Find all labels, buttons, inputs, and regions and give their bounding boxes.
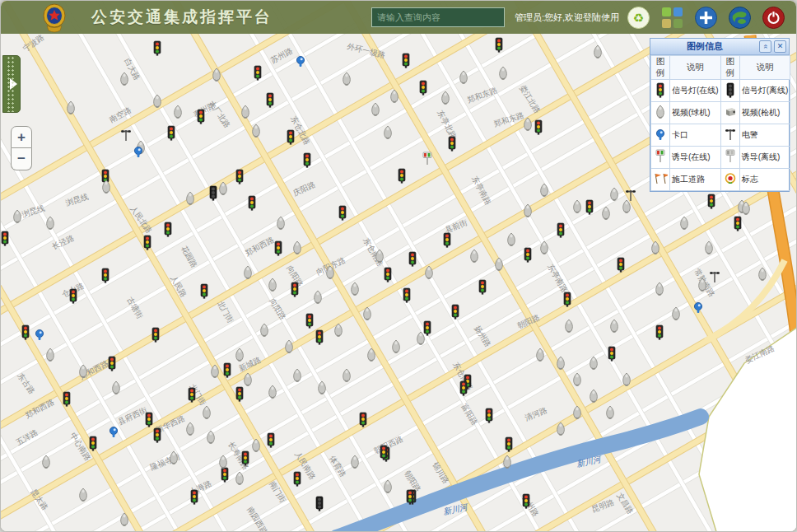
traffic-light-online-icon[interactable]: [444, 233, 450, 248]
traffic-light-online-icon[interactable]: [486, 408, 492, 423]
traffic-light-online-icon[interactable]: [304, 153, 310, 168]
traffic-light-offline-icon[interactable]: [316, 497, 323, 511]
legend-row: 施工道路标志: [651, 169, 790, 191]
traffic-light-online-icon[interactable]: [479, 280, 486, 295]
zoom-in-button[interactable]: +: [11, 126, 32, 148]
traffic-light-online-icon[interactable]: [496, 38, 502, 53]
traffic-light-online-icon[interactable]: [242, 451, 249, 466]
guidance-online-icon: [651, 147, 670, 169]
traffic-light-online-icon: [651, 80, 670, 102]
traffic-light-online-icon[interactable]: [420, 81, 426, 96]
traffic-light-online-icon[interactable]: [144, 236, 151, 250]
traffic-light-online-icon[interactable]: [236, 387, 243, 402]
traffic-light-online-icon[interactable]: [254, 66, 261, 81]
traffic-light-online-icon[interactable]: [460, 381, 467, 396]
close-icon[interactable]: ✕: [774, 40, 786, 53]
traffic-light-online-icon[interactable]: [236, 170, 243, 184]
traffic-light-offline-icon[interactable]: [210, 186, 217, 201]
traffic-light-online-icon[interactable]: [221, 468, 228, 483]
traffic-light-online-icon[interactable]: [294, 472, 301, 487]
legend-column-header: 图例: [651, 56, 670, 80]
legend-title-bar: 图例信息 « ✕: [650, 39, 789, 55]
checkpoint-camera-icon: [651, 124, 670, 147]
traffic-light-online-icon[interactable]: [403, 288, 410, 303]
traffic-light-online-icon[interactable]: [524, 248, 531, 263]
dome-camera-icon: [651, 102, 670, 124]
traffic-light-online-icon[interactable]: [191, 490, 198, 505]
traffic-light-online-icon[interactable]: [407, 490, 413, 505]
traffic-light-online-icon[interactable]: [339, 206, 346, 221]
traffic-light-online-icon[interactable]: [2, 231, 8, 246]
refresh-icon[interactable]: ♻: [627, 7, 650, 29]
legend-label: 电警: [739, 124, 790, 147]
svg-text:♻: ♻: [633, 11, 644, 25]
traffic-light-online-icon[interactable]: [291, 282, 298, 297]
legend-label: 视频(枪机): [739, 102, 790, 124]
legend-label: 信号灯(在线): [670, 80, 721, 102]
legend-row: 诱导(在线)诱导(离线): [651, 147, 790, 169]
traffic-light-online-icon[interactable]: [409, 252, 416, 267]
traffic-light-online-icon[interactable]: [360, 413, 366, 427]
expander-dots: [7, 56, 15, 112]
traffic-light-online-icon[interactable]: [22, 325, 29, 340]
legend-label: 视频(球机): [670, 102, 721, 124]
app-window: 宁波路白大路外环一级路苏州路娄江北路郑和东路郑和东路东亭北路东仓北路泰州路大厂北…: [0, 0, 797, 532]
traffic-light-online-icon[interactable]: [146, 413, 152, 427]
legend-label: 标志: [739, 169, 790, 191]
traffic-light-online-icon[interactable]: [586, 200, 593, 215]
traffic-light-online-icon[interactable]: [618, 258, 624, 273]
legend-row: 卡口电警: [651, 124, 790, 147]
map-tiles-icon[interactable]: [661, 7, 683, 29]
traffic-light-online-icon[interactable]: [189, 388, 195, 403]
traffic-light-online-icon[interactable]: [656, 325, 663, 340]
traffic-light-online-icon[interactable]: [63, 392, 70, 407]
traffic-light-online-icon[interactable]: [452, 305, 459, 320]
traffic-light-online-icon[interactable]: [535, 120, 542, 135]
traffic-light-online-icon[interactable]: [564, 292, 571, 307]
traffic-light-online-icon[interactable]: [109, 357, 115, 371]
legend-column-header: 图例: [720, 56, 739, 80]
traffic-light-online-icon[interactable]: [152, 328, 159, 343]
traffic-light-online-icon[interactable]: [287, 130, 294, 145]
traffic-light-online-icon[interactable]: [275, 241, 282, 256]
traffic-light-online-icon[interactable]: [403, 54, 409, 68]
traffic-light-online-icon[interactable]: [70, 289, 77, 304]
traffic-light-online-icon[interactable]: [168, 126, 175, 141]
traffic-light-online-icon[interactable]: [102, 268, 109, 283]
traffic-light-online-icon[interactable]: [424, 321, 431, 336]
header-icon-strip: ♻: [627, 7, 785, 29]
panel-expander[interactable]: [2, 55, 21, 113]
traffic-light-online-icon[interactable]: [523, 494, 529, 509]
traffic-light-online-icon[interactable]: [249, 196, 255, 211]
traffic-light-online-icon[interactable]: [201, 284, 207, 299]
traffic-light-online-icon[interactable]: [154, 428, 161, 443]
legend-table: 图例说明图例说明 信号灯(在线)信号灯(离线)视频(球机)视频(枪机)卡口电警诱…: [650, 55, 790, 191]
traffic-light-online-icon[interactable]: [268, 433, 274, 448]
traffic-light-offline-icon: [720, 80, 739, 102]
traffic-light-online-icon[interactable]: [380, 446, 387, 460]
traffic-light-online-icon[interactable]: [154, 41, 161, 56]
traffic-light-online-icon[interactable]: [734, 217, 741, 231]
search-input[interactable]: [371, 7, 505, 27]
traffic-light-online-icon[interactable]: [449, 137, 455, 152]
traffic-light-online-icon[interactable]: [267, 93, 273, 108]
legend-title: 图例信息: [650, 40, 759, 53]
traffic-light-online-icon[interactable]: [316, 330, 323, 345]
traffic-light-online-icon[interactable]: [398, 169, 405, 184]
traffic-light-online-icon[interactable]: [708, 194, 715, 209]
traffic-light-online-icon[interactable]: [224, 363, 231, 378]
add-icon[interactable]: [695, 7, 717, 29]
traffic-light-online-icon[interactable]: [608, 347, 615, 362]
traffic-light-online-icon[interactable]: [198, 110, 204, 124]
collapse-icon[interactable]: «: [759, 40, 771, 53]
traffic-light-online-icon[interactable]: [506, 437, 512, 452]
traffic-light-online-icon[interactable]: [306, 314, 313, 329]
power-icon[interactable]: [762, 7, 785, 29]
traffic-light-online-icon[interactable]: [385, 268, 391, 282]
traffic-light-online-icon[interactable]: [90, 436, 96, 451]
zoom-out-button[interactable]: −: [11, 148, 32, 170]
traffic-light-online-icon[interactable]: [557, 223, 564, 238]
admin-greeting: 管理员:您好,欢迎登陆使用: [515, 12, 619, 24]
globe-icon[interactable]: [729, 7, 751, 29]
traffic-light-online-icon[interactable]: [165, 222, 171, 237]
